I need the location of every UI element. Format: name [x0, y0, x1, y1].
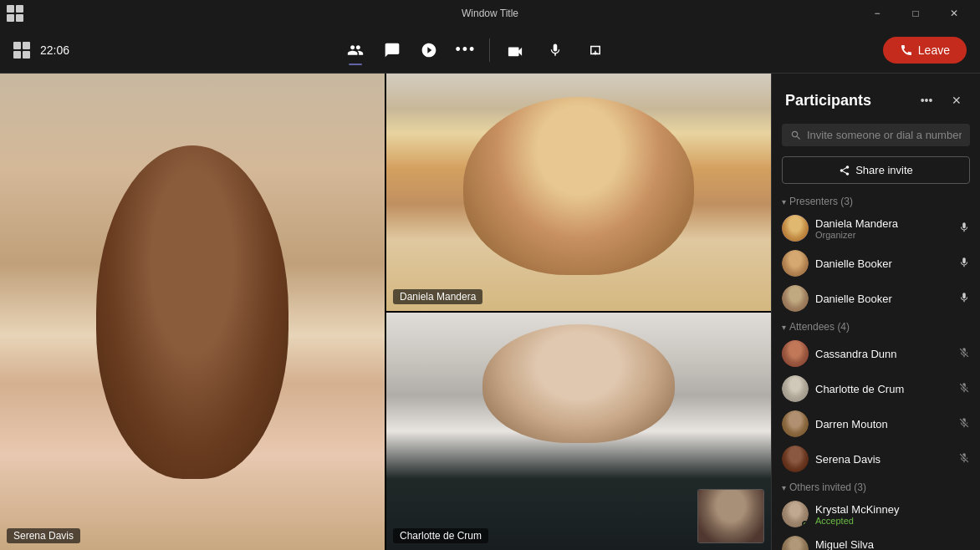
- participant-row[interactable]: Darren Mouton: [775, 406, 977, 441]
- avatar-wrap: [782, 446, 809, 472]
- participant-row[interactable]: Charlotte de Crum: [775, 371, 977, 406]
- avatar: [782, 215, 809, 242]
- close-button[interactable]: ✕: [935, 0, 973, 27]
- toolbar-left: 22:06: [13, 42, 69, 59]
- mic-muted-icon: [958, 416, 970, 432]
- search-bar[interactable]: [782, 124, 970, 146]
- participant-row[interactable]: Serena Davis: [775, 441, 977, 476]
- participant-info: Charlotte de Crum: [815, 383, 952, 395]
- avatar-wrap: [782, 501, 809, 527]
- avatar: [782, 501, 809, 527]
- avatar-wrap: [782, 340, 809, 367]
- reactions-icon: [421, 42, 437, 59]
- participants-panel: Participants ••• ✕ Share invite: [771, 74, 980, 550]
- participant-row[interactable]: Daniela Mandera Organizer: [775, 211, 977, 246]
- video-cell-serena: Serena Davis: [0, 74, 385, 550]
- share-invite-icon: [839, 165, 850, 176]
- toolbar-center: •••: [339, 33, 614, 67]
- panel-close-icon: ✕: [952, 94, 962, 107]
- title-bar: Window Title − □ ✕: [0, 0, 980, 27]
- app-logo: [7, 5, 23, 22]
- mic-icon: [958, 256, 970, 272]
- participant-name: Miguel Silva: [815, 538, 970, 551]
- avatar: [782, 536, 809, 550]
- participant-name: Danielle Booker: [815, 293, 952, 305]
- section-attendees: ▾ Attendees (4): [775, 316, 977, 336]
- toolbar: 22:06 •••: [0, 27, 980, 74]
- participant-name: Krystal McKinney: [815, 503, 970, 516]
- avatar-wrap: [782, 536, 809, 550]
- participant-info: Krystal McKinney Accepted: [815, 503, 970, 526]
- participant-name: Serena Davis: [815, 453, 952, 466]
- avatar: [782, 340, 809, 367]
- share-screen-icon: [588, 41, 603, 59]
- participant-info: Daniela Mandera Organizer: [815, 217, 952, 240]
- divider: [489, 38, 490, 62]
- maximize-button[interactable]: □: [896, 0, 935, 27]
- participant-row[interactable]: Danielle Booker: [775, 246, 977, 281]
- section-presenters-label: Presenters (3): [789, 196, 853, 207]
- video-cell-daniela: Daniela Mandera: [386, 74, 771, 311]
- participants-list: ▾ Presenters (3) Daniela Mandera Organiz…: [772, 191, 980, 550]
- chevron-icon: ▾: [782, 197, 786, 206]
- panel-title: Participants: [785, 92, 871, 109]
- share-button[interactable]: [577, 35, 614, 65]
- panel-close-button[interactable]: ✕: [943, 87, 970, 114]
- participant-name: Daniela Mandera: [815, 217, 952, 230]
- reactions-button[interactable]: [412, 33, 446, 67]
- video-area: Serena Davis Daniela Mandera Charlotte d…: [0, 74, 771, 550]
- minimize-button[interactable]: −: [858, 0, 896, 27]
- share-invite-label: Share invite: [855, 164, 913, 176]
- section-presenters: ▾ Presenters (3): [775, 191, 977, 211]
- video-cell-charlotte: Charlotte de Crum: [386, 313, 771, 550]
- mic-muted-icon: [958, 451, 970, 467]
- participant-info: Serena Davis: [815, 453, 952, 466]
- participant-row[interactable]: Cassandra Dunn: [775, 336, 977, 371]
- participant-row[interactable]: Krystal McKinney Accepted: [775, 497, 977, 532]
- avatar: [782, 410, 809, 437]
- mic-icon: [958, 291, 970, 307]
- avatar-wrap: [782, 215, 809, 242]
- window-title: Window Title: [462, 8, 518, 19]
- invite-input[interactable]: [807, 129, 962, 141]
- avatar-wrap: [782, 285, 809, 312]
- video-cell-small: [697, 489, 764, 543]
- main-content: Serena Davis Daniela Mandera Charlotte d…: [0, 74, 980, 550]
- avatar-wrap: [782, 410, 809, 437]
- more-icon: •••: [455, 41, 476, 59]
- mic-icon: [548, 41, 563, 59]
- participant-name: Charlotte de Crum: [815, 383, 952, 395]
- chat-button[interactable]: [375, 33, 409, 67]
- status-dot-accepted: [802, 521, 809, 527]
- mic-muted-icon: [958, 346, 970, 362]
- share-invite-button[interactable]: Share invite: [782, 156, 970, 184]
- avatar: [782, 446, 809, 472]
- people-button[interactable]: [339, 33, 372, 67]
- participant-info: Cassandra Dunn: [815, 348, 952, 360]
- toolbar-right: Leave: [883, 37, 967, 64]
- search-icon: [790, 130, 802, 141]
- camera-icon: [506, 43, 524, 58]
- participant-row[interactable]: Miguel Silva Declined: [775, 532, 977, 550]
- participant-row[interactable]: Danielle Booker: [775, 281, 977, 316]
- mic-muted-icon: [958, 381, 970, 397]
- panel-more-icon: •••: [921, 94, 933, 107]
- mic-button[interactable]: [537, 35, 574, 65]
- avatar: [782, 250, 809, 277]
- section-attendees-label: Attendees (4): [789, 321, 850, 333]
- participant-info: Miguel Silva Declined: [815, 538, 970, 551]
- participant-role: Organizer: [815, 230, 952, 240]
- camera-button[interactable]: [497, 35, 533, 65]
- panel-more-button[interactable]: •••: [913, 87, 940, 114]
- avatar-wrap: [782, 250, 809, 277]
- leave-button[interactable]: Leave: [883, 37, 967, 64]
- participant-name: Cassandra Dunn: [815, 348, 952, 360]
- layout-icon: [13, 42, 30, 59]
- avatar-wrap: [782, 375, 809, 402]
- section-others-label: Others invited (3): [789, 481, 866, 493]
- more-button[interactable]: •••: [449, 33, 482, 67]
- participant-status: Accepted: [815, 516, 970, 526]
- phone-leave-icon: [900, 43, 913, 57]
- participant-name: Darren Mouton: [815, 418, 952, 430]
- participant-name: Danielle Booker: [815, 257, 952, 270]
